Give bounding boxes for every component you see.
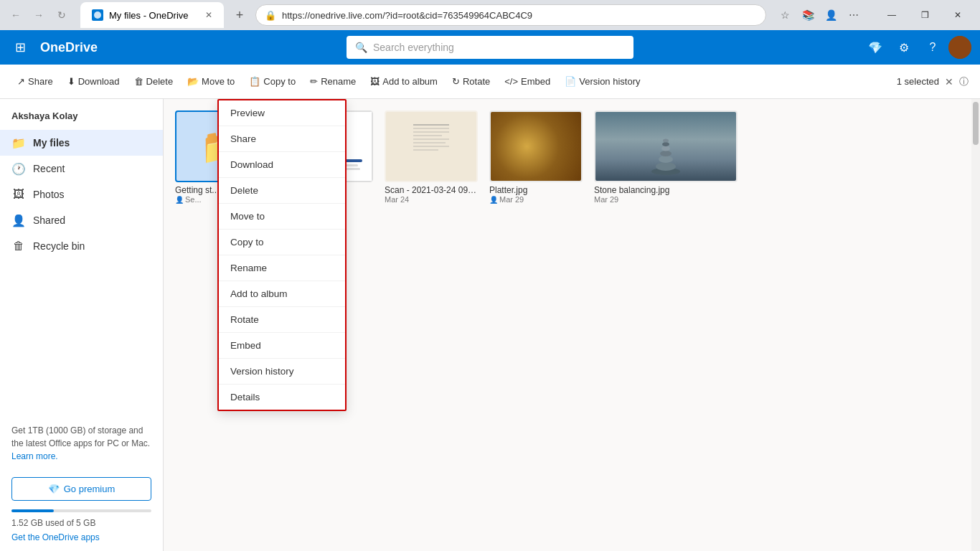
browser-tab[interactable]: My files - OneDrive ✕ <box>80 2 224 28</box>
help-icon[interactable]: ? <box>920 34 946 60</box>
scrollbar-track[interactable] <box>971 99 980 551</box>
sidebar-item-recycle-bin[interactable]: 🗑 Recycle bin <box>0 233 163 259</box>
download-icon: ⬇ <box>67 76 75 87</box>
premium-icon[interactable]: 💎 <box>862 34 888 60</box>
context-menu-version-history[interactable]: Version history <box>219 359 345 385</box>
search-box[interactable]: 🔍 Search everything <box>347 36 633 59</box>
toolbar-selected: 1 selected ✕ ⓘ <box>897 75 969 88</box>
rename-icon: ✏ <box>310 76 318 87</box>
lock-icon: 🔒 <box>265 10 276 21</box>
search-icon: 🔍 <box>355 42 367 53</box>
shared-icon: 👤 <box>489 196 498 204</box>
storage-bar <box>11 509 151 512</box>
move-icon: 📂 <box>187 76 199 87</box>
context-menu-preview[interactable]: Preview <box>219 100 345 126</box>
list-item[interactable]: Scan - 2021-03-24 09_1... Mar 24 <box>385 110 478 204</box>
svg-point-13 <box>660 151 672 156</box>
storage-bar-fill <box>11 509 54 512</box>
embed-icon: </> <box>504 76 518 87</box>
file-name: Platter.jpg <box>489 185 583 195</box>
svg-point-11 <box>656 162 676 171</box>
sidebar-item-shared[interactable]: 👤 Shared <box>0 207 163 233</box>
deselect-button[interactable]: ✕ <box>945 76 953 88</box>
context-menu-rename[interactable]: Rename <box>219 255 345 281</box>
svg-point-16 <box>663 139 669 143</box>
share-icon: ↗ <box>17 76 25 87</box>
context-menu-rotate[interactable]: Rotate <box>219 307 345 333</box>
avatar[interactable] <box>948 36 971 59</box>
main-layout: Akshaya Kolay 📁 My files 🕐 Recent 🖼 Phot… <box>0 99 980 551</box>
sidebar-shared-label: Shared <box>33 215 65 226</box>
delete-icon: 🗑 <box>134 76 143 87</box>
storage-bar-background <box>11 509 151 512</box>
context-menu-delete[interactable]: Delete <box>219 178 345 204</box>
context-menu-download[interactable]: Download <box>219 152 345 178</box>
settings-icon[interactable]: ⋯ <box>844 5 864 25</box>
sidebar-recent-label: Recent <box>33 163 65 174</box>
sidebar-item-recent[interactable]: 🕐 Recent <box>0 156 163 182</box>
get-apps-link[interactable]: Get the OneDrive apps <box>0 529 163 545</box>
copy-to-button[interactable]: 📋 Copy to <box>243 72 301 91</box>
back-button[interactable]: ← <box>6 5 26 25</box>
context-menu-embed[interactable]: Embed <box>219 333 345 359</box>
list-item[interactable]: Stone balancing.jpg Mar 29 <box>594 110 738 204</box>
context-menu-copy-to[interactable]: Copy to <box>219 230 345 255</box>
url-text: https://onedrive.live.com/?id=root&cid=7… <box>282 10 532 21</box>
rotate-button[interactable]: ↻ Rotate <box>446 72 496 91</box>
maximize-button[interactable]: ❒ <box>908 4 941 27</box>
collections-icon[interactable]: 📚 <box>798 5 818 25</box>
waffle-menu-icon[interactable]: ⊞ <box>9 36 32 59</box>
svg-point-0 <box>94 11 101 19</box>
share-button[interactable]: ↗ Share <box>11 72 59 91</box>
copy-icon: 📋 <box>249 76 260 87</box>
shared-icon: 👤 <box>11 213 26 227</box>
sidebar: Akshaya Kolay 📁 My files 🕐 Recent 🖼 Phot… <box>0 99 164 551</box>
tab-title: My files - OneDrive <box>109 10 189 21</box>
delete-button[interactable]: 🗑 Delete <box>128 72 179 91</box>
premium-diamond-icon: 💎 <box>48 484 60 494</box>
header-icons: 💎 ⚙ ? <box>862 34 971 60</box>
favorites-icon[interactable]: ☆ <box>775 5 795 25</box>
context-menu-move-to[interactable]: Move to <box>219 204 345 230</box>
stone-thumbnail <box>595 112 736 181</box>
sidebar-item-my-files[interactable]: 📁 My files <box>0 130 163 156</box>
file-thumbnail <box>385 110 478 182</box>
browser-nav: ← → ↻ <box>6 5 72 25</box>
address-bar[interactable]: 🔒 https://onedrive.live.com/?id=root&cid… <box>255 4 766 26</box>
tab-close-button[interactable]: ✕ <box>205 10 212 20</box>
tab-favicon <box>92 9 103 21</box>
refresh-button[interactable]: ↻ <box>52 5 72 25</box>
context-menu-share[interactable]: Share <box>219 126 345 152</box>
go-premium-button[interactable]: 💎 Go premium <box>11 477 151 501</box>
sidebar-recycle-label: Recycle bin <box>33 240 85 252</box>
content-area: 📁 Getting st... 👤 Se... 📝 <box>164 99 980 551</box>
sidebar-my-files-label: My files <box>33 137 70 149</box>
selected-count: 1 selected <box>897 76 939 87</box>
embed-button[interactable]: </> Embed <box>499 72 556 91</box>
file-name: Stone balancing.jpg <box>594 185 738 195</box>
recent-icon: 🕐 <box>11 161 26 176</box>
add-to-album-button[interactable]: 🖼 Add to album <box>364 72 443 91</box>
learn-more-link[interactable]: Learn more. <box>11 451 58 461</box>
window-close-button[interactable]: ✕ <box>941 4 974 27</box>
settings-icon[interactable]: ⚙ <box>891 34 917 60</box>
context-menu: Preview Share Download Delete Move to Co… <box>217 99 347 411</box>
svg-point-12 <box>659 156 673 163</box>
context-menu-add-to-album[interactable]: Add to album <box>219 281 345 307</box>
list-item[interactable]: Platter.jpg 👤 Mar 29 <box>489 110 583 204</box>
download-button[interactable]: ⬇ Download <box>62 72 126 91</box>
forward-button[interactable]: → <box>29 5 49 25</box>
storage-text: 1.52 GB used of 5 GB <box>11 518 95 528</box>
sidebar-item-photos[interactable]: 🖼 Photos <box>0 182 163 207</box>
rename-button[interactable]: ✏ Rename <box>304 72 362 91</box>
profile-icon[interactable]: 👤 <box>821 5 841 25</box>
scrollbar-thumb[interactable] <box>973 102 979 145</box>
context-menu-details[interactable]: Details <box>219 385 345 410</box>
file-date: 👤 Mar 29 <box>489 195 583 204</box>
new-tab-button[interactable]: + <box>230 5 250 25</box>
version-history-button[interactable]: 📄 Version history <box>559 72 646 91</box>
move-to-button[interactable]: 📂 Move to <box>182 72 240 91</box>
premium-label: Go premium <box>64 484 116 494</box>
minimize-button[interactable]: — <box>875 4 908 27</box>
info-button[interactable]: ⓘ <box>959 75 969 88</box>
